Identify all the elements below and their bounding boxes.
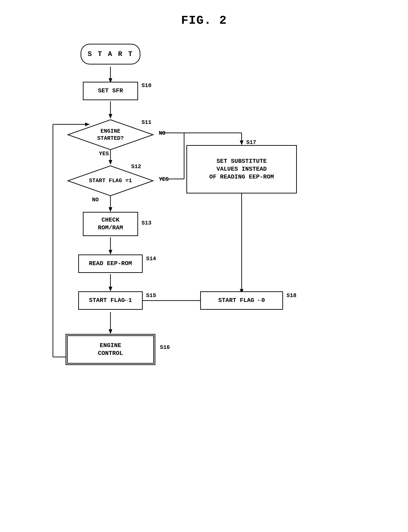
flowchart-arrows [0,30,408,532]
s13-step: S13 [142,220,151,226]
s13-label: CHECK ROM/RAM [98,216,123,232]
s11-step: S11 [142,119,151,125]
check-rom-ram-node: CHECK ROM/RAM [83,212,138,236]
engine-started-label: ENGINESTARTED? [97,128,124,142]
s15-step: S15 [146,292,156,299]
s17-step: S17 [246,139,256,146]
s11-yes-label: YES [99,151,109,157]
start-node: S T A R T [81,44,140,64]
start-flag-check-label: START FLAG =1 [89,177,132,184]
svg-marker-3 [109,114,112,119]
s17-label: SET SUBSTITUTE VALUES INSTEAD OF READING… [209,157,274,181]
s18-label: START FLAG ←0 [218,297,265,305]
s15-label: START FLAG←1 [89,297,132,305]
s16-step: S16 [160,344,170,350]
s10-step: S10 [142,82,151,89]
engine-started-node: ENGINESTARTED? [67,119,154,151]
svg-marker-7 [109,207,112,212]
s11-no-label: NO [159,130,165,136]
svg-marker-13 [109,329,112,334]
s12-no-label: NO [92,197,99,203]
svg-marker-16 [240,140,244,145]
svg-marker-9 [109,250,112,254]
set-substitute-node: SET SUBSTITUTE VALUES INSTEAD OF READING… [187,145,297,193]
page-title: FIG. 2 [0,0,408,27]
s10-label: SET SFR [98,87,123,95]
read-eeprom-node: READ EEP-ROM [78,254,143,273]
diagram-container: S T A R T SET SFR S10 ENGINESTARTED? S11… [0,30,408,532]
s12-step: S12 [131,164,141,170]
start-flag-set0-node: START FLAG ←0 [200,291,283,310]
s12-yes-label: YES [159,176,169,183]
s16-label: ENGINE CONTROL [98,342,123,358]
s14-label: READ EEP-ROM [89,260,132,268]
svg-marker-5 [109,160,112,165]
start-flag-set1-node: START FLAG←1 [78,291,143,310]
svg-marker-11 [109,287,112,291]
set-sfr-node: SET SFR [83,82,138,100]
engine-control-node: ENGINE CONTROL [66,334,155,365]
s14-step: S14 [146,256,156,262]
s18-step: S18 [287,292,296,299]
start-label: S T A R T [88,50,133,58]
